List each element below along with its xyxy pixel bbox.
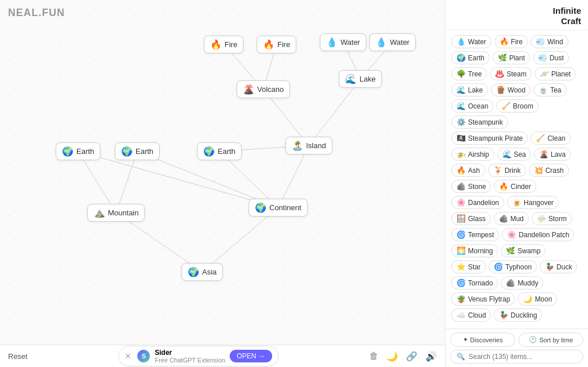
node-continent[interactable]: 🌍Continent	[249, 199, 308, 217]
item-swamp[interactable]: 🌿Swamp	[501, 244, 546, 257]
item-dandelion-patch[interactable]: 🌸Dandelion Patch	[502, 228, 574, 241]
ad-close-button[interactable]: ✕	[125, 351, 131, 361]
sider-icon: S	[137, 350, 150, 362]
share-icon[interactable]: 🔗	[406, 351, 417, 362]
item-plant[interactable]: 🌿Plant	[493, 51, 530, 64]
node-earth2[interactable]: 🌍Earth	[115, 142, 160, 160]
item-wind[interactable]: 💨Wind	[531, 35, 568, 48]
item-duck[interactable]: 🦆Duck	[540, 260, 577, 273]
item-dandelion[interactable]: 🌸Dandelion	[451, 196, 504, 209]
item-lava[interactable]: 🌋Lava	[534, 148, 571, 161]
trash-icon[interactable]: 🗑	[369, 351, 378, 361]
node-icon-island: 🏝️	[292, 140, 303, 151]
item-water[interactable]: 💧Water	[451, 35, 492, 48]
item-ash[interactable]: 🔥Ash	[451, 164, 485, 177]
craft-canvas[interactable]: NEAL.FUN 🔥Fire🔥Fire💧Water💧Water🌋Volcano🌊…	[0, 0, 445, 345]
node-mountain[interactable]: ⛰️Mountain	[87, 204, 145, 222]
item-crash[interactable]: 💥Crash	[529, 164, 569, 177]
svg-line-5	[309, 79, 361, 146]
search-icon: 🔍	[457, 353, 465, 361]
item-planet[interactable]: 🪐Planet	[535, 67, 576, 80]
node-label-water2: Water	[390, 38, 409, 47]
svg-line-13	[78, 152, 278, 208]
search-bar[interactable]: 🔍	[450, 350, 583, 364]
item-tornado[interactable]: 🌀Tornado	[451, 276, 498, 289]
sidebar-title: Infinite Craft	[553, 6, 581, 26]
item-moon[interactable]: 🌙Moon	[518, 292, 557, 306]
ad-text: Sider Free ChatGPT Extension	[154, 349, 225, 364]
item-duckling[interactable]: 🦆Duckling	[494, 308, 542, 322]
item-dust[interactable]: 💨Dust	[533, 51, 569, 64]
item-steam[interactable]: ♨️Steam	[490, 67, 532, 80]
node-volcano[interactable]: 🌋Volcano	[237, 80, 290, 98]
node-label-fire2: Fire	[277, 40, 290, 49]
item-venus-flytrap[interactable]: 🪴Venus Flytrap	[451, 292, 515, 306]
node-earth3[interactable]: 🌍Earth	[197, 142, 242, 160]
sidebar: Infinite Craft 💧Water🔥Fire💨Wind🌍Earth🌿Pl…	[445, 0, 588, 367]
item-airship[interactable]: 🚁Airship	[451, 148, 494, 161]
node-water1[interactable]: 💧Water	[320, 33, 366, 51]
logo-text: NEAL.	[8, 7, 42, 18]
node-icon-earth2: 🌍	[121, 146, 133, 157]
item-steampunk-pirate[interactable]: 🏴‍☠️Steampunk Pirate	[451, 132, 528, 145]
node-water2[interactable]: 💧Water	[369, 33, 416, 51]
item-muddy[interactable]: 🪨Muddy	[501, 276, 543, 289]
node-icon-earth1: 🌍	[62, 146, 74, 157]
node-label-continent: Continent	[269, 203, 301, 212]
search-input[interactable]	[469, 353, 577, 361]
node-label-water1: Water	[341, 38, 360, 47]
item-typhoon[interactable]: 🌀Typhoon	[489, 260, 537, 273]
moon-icon[interactable]: 🌙	[386, 351, 398, 362]
bottom-bar: Reset ✕ S Sider Free ChatGPT Extension O…	[0, 345, 445, 367]
item-earth[interactable]: 🌍Earth	[451, 51, 490, 64]
volume-icon[interactable]: 🔊	[425, 351, 437, 362]
node-island[interactable]: 🏝️Island	[285, 137, 332, 154]
item-broom[interactable]: 🧹Broom	[496, 99, 538, 113]
item-tempest[interactable]: 🌀Tempest	[451, 228, 499, 241]
item-ocean[interactable]: 🌊Ocean	[451, 99, 493, 113]
item-fire[interactable]: 🔥Fire	[494, 35, 528, 48]
item-tree[interactable]: 🌳Tree	[451, 67, 487, 80]
item-wood[interactable]: 🪵Wood	[491, 83, 531, 96]
discoveries-button[interactable]: ✦ Discoveries	[450, 333, 515, 347]
node-icon-continent: 🌍	[255, 202, 266, 213]
item-tea[interactable]: 🍵Tea	[533, 83, 566, 96]
node-icon-fire2: 🔥	[263, 39, 274, 50]
sidebar-header: Infinite Craft	[446, 0, 588, 30]
logo: NEAL.FUN	[8, 7, 65, 19]
node-label-earth2: Earth	[136, 147, 153, 156]
item-mud[interactable]: 🪨Mud	[494, 212, 529, 225]
item-lake[interactable]: 🌊Lake	[451, 83, 488, 96]
sort-icon: 🕐	[529, 336, 537, 343]
item-morning[interactable]: 🌅Morning	[451, 244, 498, 257]
item-storm[interactable]: ⛈️Storm	[532, 212, 572, 225]
reset-button[interactable]: Reset	[8, 352, 28, 361]
node-fire2[interactable]: 🔥Fire	[257, 36, 296, 53]
node-label-earth3: Earth	[218, 147, 235, 156]
item-stone[interactable]: 🪨Stone	[451, 180, 491, 193]
item-cinder[interactable]: 🔥Cinder	[494, 180, 536, 193]
ad-section: ✕ S Sider Free ChatGPT Extension OPEN →	[37, 346, 360, 366]
bottom-icon-group: 🗑 🌙 🔗 🔊	[369, 351, 437, 362]
sort-button[interactable]: 🕐 Sort by time	[519, 333, 583, 347]
node-icon-volcano: 🌋	[243, 84, 254, 95]
sidebar-footer: ✦ Discoveries 🕐 Sort by time 🔍	[446, 329, 588, 367]
ad-title: Sider	[154, 349, 225, 357]
ad-open-button[interactable]: OPEN →	[230, 350, 272, 362]
node-lake[interactable]: 🌊Lake	[339, 70, 382, 88]
item-drink[interactable]: 🍹Drink	[488, 164, 526, 177]
item-glass[interactable]: 🪟Glass	[451, 212, 491, 225]
node-earth1[interactable]: 🌍Earth	[56, 142, 100, 160]
item-clean[interactable]: 🧹Clean	[531, 132, 570, 145]
node-fire1[interactable]: 🔥Fire	[204, 36, 243, 53]
node-asia[interactable]: 🌍Asia	[181, 263, 223, 281]
svg-line-11	[202, 208, 278, 272]
node-icon-earth3: 🌍	[203, 146, 215, 157]
item-hangover[interactable]: 🍺Hangover	[507, 196, 559, 209]
item-steampunk[interactable]: ⚙️Steampunk	[451, 115, 508, 129]
item-star[interactable]: ⭐Star	[451, 260, 486, 273]
item-sea[interactable]: 🌊Sea	[497, 148, 531, 161]
items-list[interactable]: 💧Water🔥Fire💨Wind🌍Earth🌿Plant💨Dust🌳Tree♨️…	[446, 30, 588, 329]
node-icon-fire1: 🔥	[210, 39, 222, 50]
item-cloud[interactable]: ☁️Cloud	[451, 308, 491, 322]
